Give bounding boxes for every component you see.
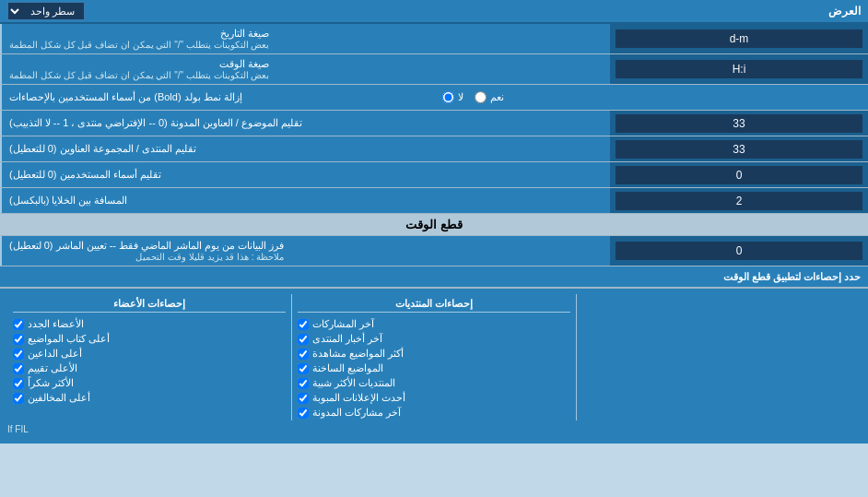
usernames-row: تقليم أسماء المستخدمين (0 للتعطيل) (0, 162, 868, 188)
forum-headers-label-text: تقليم المنتدى / المجموعة العناوين (0 للت… (9, 143, 196, 155)
time-cut-input[interactable] (616, 242, 862, 260)
checkbox-top-writers: أعلى كتاب المواضيع (13, 333, 286, 345)
time-cut-row: فرز البيانات من يوم الماشر الماضي فقط --… (0, 236, 868, 266)
checkbox-new-members-label: الأعضاء الجدد (28, 318, 84, 330)
cell-spacing-row: المسافة بين الخلايا (بالبكسل) (0, 188, 868, 214)
main-container: العرض سطر واحد سطرين ثلاثة أسطر صيغة الت… (0, 0, 868, 444)
date-format-label-line1: صيغة التاريخ (9, 28, 269, 40)
members-stats-header: إحصاءات الأعضاء (13, 296, 286, 313)
usernames-input-cell (610, 162, 868, 187)
forum-headers-input[interactable] (616, 140, 862, 159)
bold-remove-label: إزالة نمط بولد (Bold) من أسماء المستخدمي… (0, 85, 435, 110)
date-format-label-line2: بعض التكوينات يتطلب "/" التي يمكن ان تضا… (9, 40, 269, 50)
top-bar-label: العرض (828, 5, 861, 18)
section-header-time: قطع الوقت (0, 214, 868, 236)
bottom-note-text: If FIL (7, 424, 29, 434)
checkbox-most-similar-input[interactable] (298, 378, 309, 389)
checkbox-most-thanks: الأكثر شكراً (13, 377, 286, 389)
checkbox-top-callers-input[interactable] (13, 349, 24, 360)
forum-topics-input[interactable] (616, 114, 862, 133)
cell-spacing-label-text: المسافة بين الخلايا (بالبكسل) (9, 195, 128, 207)
time-format-label-line2: بعض التكوينات يتطلب "/" التي يمكن ان تضا… (9, 70, 269, 80)
radio-no-group: لا (442, 91, 463, 103)
date-format-label: صيغة التاريخ بعض التكوينات يتطلب "/" الت… (0, 24, 610, 53)
checkbox-col-forums: إحصاءات المنتديات آخر المشاركات آخر أخبا… (292, 294, 577, 420)
radio-yes-group: نعم (475, 91, 504, 103)
bold-remove-row: نعم لا إزالة نمط بولد (Bold) من أسماء ال… (0, 85, 868, 111)
checkbox-top-violators: أعلى المخالفين (13, 392, 286, 404)
checkbox-top-violators-input[interactable] (13, 393, 24, 404)
time-format-row: صيغة الوقت بعض التكوينات يتطلب "/" التي … (0, 54, 868, 85)
checkbox-forum-news: آخر أخبار المنتدى (298, 333, 570, 345)
checkbox-top-callers: أعلى الداعين (13, 348, 286, 360)
usernames-label: تقليم أسماء المستخدمين (0 للتعطيل) (0, 162, 610, 187)
bold-remove-radio-cell: نعم لا (435, 85, 868, 110)
checkbox-top-rated-input[interactable] (13, 363, 24, 374)
checkbox-top-rated: الأعلى تقييم (13, 362, 286, 374)
top-bar: العرض سطر واحد سطرين ثلاثة أسطر (0, 0, 868, 24)
time-cut-label-line2: ملاحظة : هذا قد يزيد قليلا وقت التحميل (9, 252, 284, 262)
checkbox-top-callers-label: أعلى الداعين (28, 348, 82, 360)
checkbox-top-writers-label: أعلى كتاب المواضيع (28, 333, 110, 345)
forum-topics-label: تقليم الموضوع / العناوين المدونة (0 -- ا… (0, 111, 610, 136)
checkbox-last-posts-label: آخر المشاركات (312, 318, 374, 330)
bottom-note: If FIL (7, 420, 861, 438)
checkbox-forum-news-label: آخر أخبار المنتدى (312, 333, 382, 345)
date-format-input[interactable] (616, 30, 862, 48)
checkbox-col-members: إحصاءات الأعضاء الأعضاء الجدد أعلى كتاب … (7, 294, 292, 420)
radio-yes-label: نعم (490, 91, 504, 103)
checkbox-blog-posts-input[interactable] (298, 408, 309, 419)
checkbox-most-viewed: أكثر المواضيع مشاهدة (298, 348, 570, 360)
cell-spacing-input[interactable] (616, 192, 862, 210)
radio-yes-input[interactable] (475, 91, 487, 103)
checkbox-most-similar-label: المنتديات الأكثر شبية (312, 377, 395, 389)
cell-spacing-input-cell (610, 188, 868, 213)
limit-stats-row: حدد إحصاءات لتطبيق قطع الوقت (0, 266, 868, 288)
checkbox-latest-ads-input[interactable] (298, 393, 309, 404)
cell-spacing-label: المسافة بين الخلايا (بالبكسل) (0, 188, 610, 213)
time-format-label: صيغة الوقت بعض التكوينات يتطلب "/" التي … (0, 54, 610, 84)
date-format-input-cell (610, 24, 868, 53)
forum-topics-input-cell (610, 111, 868, 136)
checkboxes-section: إحصاءات المنتديات آخر المشاركات آخر أخبا… (0, 288, 868, 444)
forum-stats-header: إحصاءات المنتديات (298, 296, 570, 313)
time-cut-input-cell (610, 236, 868, 266)
time-format-input[interactable] (616, 60, 862, 78)
display-dropdown[interactable]: سطر واحد سطرين ثلاثة أسطر (7, 2, 85, 20)
radio-no-input[interactable] (442, 91, 454, 103)
forum-topics-label-text: تقليم الموضوع / العناوين المدونة (0 -- ا… (9, 117, 302, 129)
checkbox-most-viewed-input[interactable] (298, 349, 309, 360)
usernames-label-text: تقليم أسماء المستخدمين (0 للتعطيل) (9, 169, 161, 181)
time-format-label-line1: صيغة الوقت (9, 58, 269, 70)
time-cut-label-line1: فرز البيانات من يوم الماشر الماضي فقط --… (9, 240, 284, 252)
checkbox-last-posts: آخر المشاركات (298, 318, 570, 330)
checkbox-most-similar: المنتديات الأكثر شبية (298, 377, 570, 389)
checkbox-forum-news-input[interactable] (298, 334, 309, 345)
forum-headers-input-cell (610, 136, 868, 161)
checkbox-hot-topics-input[interactable] (298, 363, 309, 374)
checkbox-latest-ads-label: أحدث الإعلانات المبوبة (312, 392, 405, 404)
checkbox-blog-posts-label: آخر مشاركات المدونة (312, 407, 401, 419)
checkbox-top-violators-label: أعلى المخالفين (28, 392, 90, 404)
checkbox-most-thanks-input[interactable] (13, 378, 24, 389)
checkbox-last-posts-input[interactable] (298, 319, 309, 330)
checkbox-most-viewed-label: أكثر المواضيع مشاهدة (312, 348, 404, 360)
limit-stats-label: حدد إحصاءات لتطبيق قطع الوقت (723, 271, 861, 282)
checkbox-hot-topics-label: المواضيع الساخنة (312, 362, 383, 374)
checkbox-top-rated-label: الأعلى تقييم (28, 362, 77, 374)
forum-topics-row: تقليم الموضوع / العناوين المدونة (0 -- ا… (0, 111, 868, 136)
checkbox-top-writers-input[interactable] (13, 334, 24, 345)
forum-headers-label: تقليم المنتدى / المجموعة العناوين (0 للت… (0, 136, 610, 161)
bold-remove-label-text: إزالة نمط بولد (Bold) من أسماء المستخدمي… (9, 91, 242, 103)
checkbox-most-thanks-label: الأكثر شكراً (28, 377, 74, 389)
usernames-input[interactable] (616, 166, 862, 184)
checkbox-new-members: الأعضاء الجدد (13, 318, 286, 330)
forum-headers-row: تقليم المنتدى / المجموعة العناوين (0 للت… (0, 136, 868, 162)
radio-no-label: لا (458, 91, 463, 103)
checkbox-new-members-input[interactable] (13, 319, 24, 330)
date-format-row: صيغة التاريخ بعض التكوينات يتطلب "/" الت… (0, 24, 868, 54)
checkboxes-row: إحصاءات المنتديات آخر المشاركات آخر أخبا… (7, 294, 861, 420)
checkbox-latest-ads: أحدث الإعلانات المبوبة (298, 392, 570, 404)
checkbox-col-empty (577, 294, 861, 420)
checkbox-blog-posts: آخر مشاركات المدونة (298, 407, 570, 419)
